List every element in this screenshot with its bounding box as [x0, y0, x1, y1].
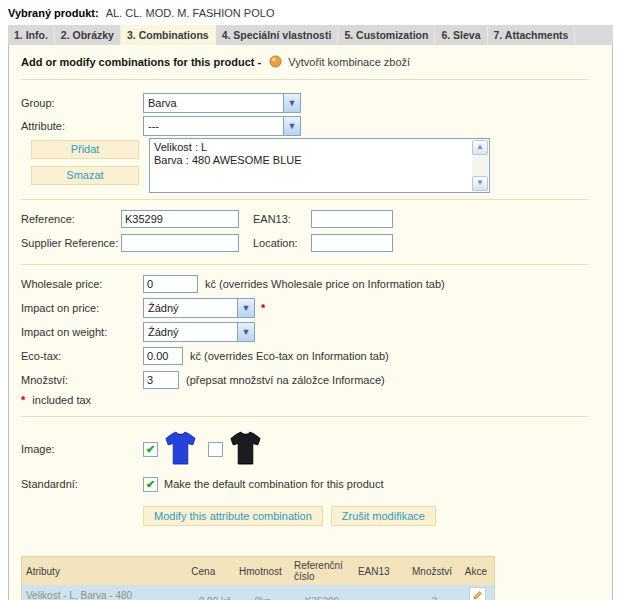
scroll-up-icon[interactable]: ▲	[472, 140, 488, 155]
blue-polo-thumbnail	[165, 430, 196, 469]
cancel-modification-button[interactable]: Zrušit modifikace	[331, 506, 436, 526]
group-select[interactable]: Barva ▼	[143, 93, 301, 113]
group-label: Group:	[21, 97, 143, 109]
header-mnozstvi: Množství	[408, 557, 461, 586]
attribute-row: Attribute: --- ▼	[21, 115, 612, 136]
row-referencni-cislo: K35299	[290, 585, 354, 600]
reference-row: Reference: EAN13:	[21, 209, 612, 229]
quantity-input[interactable]	[143, 371, 179, 389]
impact-weight-label: Impact on weight:	[21, 326, 143, 338]
chevron-down-icon: ▼	[283, 117, 300, 135]
reference-section: Reference: EAN13: Supplier Reference: Lo…	[9, 200, 612, 264]
group-row: Group: Barva ▼	[21, 92, 612, 113]
panel-heading: Add or modify combinations for this prod…	[9, 45, 612, 79]
reference-input[interactable]	[121, 210, 239, 228]
create-combinations-link[interactable]: Vytvořit kombinace zboží	[288, 56, 410, 68]
image-checkbox-blue[interactable]: ✔	[143, 442, 158, 457]
image-row: Image: ✔ ✔	[21, 427, 612, 471]
row-ean13	[354, 585, 408, 600]
chevron-down-icon: ▼	[237, 299, 254, 317]
impact-price-row: Impact on price: Žádný ▼ *	[21, 297, 612, 318]
tab-combinations[interactable]: 3. Combinations	[121, 25, 216, 45]
impact-price-select[interactable]: Žádný ▼	[143, 298, 255, 318]
combinations-table: Atributy Cena Hmotnost Referenční číslo …	[21, 556, 495, 600]
supplier-reference-row: Supplier Reference: Location:	[21, 233, 612, 253]
wholesale-input[interactable]	[143, 275, 198, 293]
group-select-value: Barva	[144, 97, 177, 109]
location-input[interactable]	[311, 234, 393, 252]
attribute-select-value: ---	[144, 120, 159, 132]
attribute-picker-section: Group: Barva ▼ Attribute: --- ▼ Přidat S…	[9, 80, 612, 199]
listbox-scrollbar: ▲ ▼	[472, 140, 488, 191]
impact-weight-select[interactable]: Žádný ▼	[143, 322, 255, 342]
panel-heading-text: Add or modify combinations for this prod…	[21, 56, 261, 68]
tab-discount[interactable]: 6. Sleva	[435, 25, 487, 45]
product-tabs: 1. Info. 2. Obrázky 3. Combinations 4. S…	[8, 25, 613, 45]
tab-images[interactable]: 2. Obrázky	[55, 25, 121, 45]
row-atributy: Velikost - L, Barva - 480 AWESOME BLUE	[22, 585, 188, 600]
tab-attachments[interactable]: 7. Attachments	[488, 25, 576, 45]
default-combination-checkbox[interactable]: ✔	[143, 477, 158, 492]
ecotax-input[interactable]	[143, 347, 183, 365]
supplier-reference-input[interactable]	[121, 234, 239, 252]
add-attribute-button[interactable]: Přidat	[31, 140, 139, 159]
ecotax-hint: kč (overrides Eco-tax on Information tab…	[190, 350, 389, 362]
default-combination-row: Standardní: ✔ Make the default combinati…	[21, 475, 612, 493]
header-referencni-cislo: Referenční číslo	[290, 557, 354, 586]
scroll-down-icon[interactable]: ▼	[472, 176, 488, 191]
impact-price-value: Žádný	[144, 302, 179, 314]
image-checkbox-black[interactable]: ✔	[208, 442, 223, 457]
delete-attribute-button[interactable]: Smazat	[31, 166, 139, 185]
selected-product-value: AL. CL. MOD. M. FASHION POLO	[106, 7, 275, 19]
default-combination-label: Standardní:	[21, 478, 143, 490]
selected-product-line: Vybraný produkt: AL. CL. MOD. M. FASHION…	[0, 0, 621, 25]
tab-features[interactable]: 4. Speciální vlastnosti	[216, 25, 339, 45]
header-akce: Akce	[461, 557, 495, 586]
impact-weight-row: Impact on weight: Žádný ▼	[21, 321, 612, 342]
form-action-buttons: Modify this attribute combination Zrušit…	[143, 506, 612, 526]
create-combinations-icon	[269, 55, 282, 70]
wholesale-row: Wholesale price: kč (overrides Wholesale…	[21, 273, 612, 294]
reference-label: Reference:	[21, 213, 121, 225]
row-mnozstvi: 3	[408, 585, 461, 600]
default-combination-text: Make the default combination for this pr…	[164, 478, 384, 490]
attribute-buttons: Přidat Smazat	[21, 138, 149, 193]
chevron-down-icon: ▼	[283, 94, 300, 112]
asterisk-icon: *	[21, 394, 25, 406]
location-label: Location:	[253, 237, 311, 249]
edit-icon[interactable]	[469, 587, 486, 600]
tab-info[interactable]: 1. Info.	[8, 25, 55, 45]
tab-customization[interactable]: 5. Customization	[338, 25, 435, 45]
image-section: Image: ✔ ✔ Standardní: ✔ Make the defaul…	[9, 417, 612, 526]
selected-product-label: Vybraný produkt:	[8, 7, 99, 19]
impact-weight-value: Žádný	[144, 326, 179, 338]
attribute-select[interactable]: --- ▼	[143, 116, 301, 136]
ean13-input[interactable]	[311, 210, 393, 228]
header-ean13: EAN13	[354, 557, 408, 586]
impact-price-label: Impact on price:	[21, 302, 143, 314]
selected-attributes-listbox[interactable]: Velikost : L Barva : 480 AWESOME BLUE ▲ …	[149, 138, 490, 193]
ean13-label: EAN13:	[253, 213, 311, 225]
included-tax-note: * included tax	[21, 394, 612, 408]
row-cena: 0.00 kč	[187, 585, 235, 600]
price-section: Wholesale price: kč (overrides Wholesale…	[9, 265, 612, 416]
ecotax-label: Eco-tax:	[21, 350, 143, 362]
header-hmotnost: Hmotnost	[235, 557, 290, 586]
supplier-reference-label: Supplier Reference:	[21, 237, 121, 249]
chevron-down-icon: ▼	[237, 323, 254, 341]
modify-combination-button[interactable]: Modify this attribute combination	[143, 506, 323, 526]
combinations-panel: Add or modify combinations for this prod…	[8, 45, 613, 600]
row-hmotnost: 0kg	[235, 585, 290, 600]
required-asterisk: *	[261, 302, 265, 314]
wholesale-label: Wholesale price:	[21, 278, 143, 290]
attribute-label: Attribute:	[21, 120, 143, 132]
quantity-row: Množství: (přepsat množství na záložce I…	[21, 369, 612, 390]
wholesale-hint: kč (overrides Wholesale price on Informa…	[205, 278, 445, 290]
header-cena: Cena	[187, 557, 235, 586]
image-label: Image:	[21, 443, 143, 455]
quantity-hint: (přepsat množství na záložce Informace)	[186, 374, 385, 386]
attribute-list-row: Přidat Smazat Velikost : L Barva : 480 A…	[21, 138, 612, 193]
black-polo-thumbnail	[230, 430, 261, 469]
header-atributy: Atributy	[22, 557, 188, 586]
quantity-label: Množství:	[21, 374, 143, 386]
